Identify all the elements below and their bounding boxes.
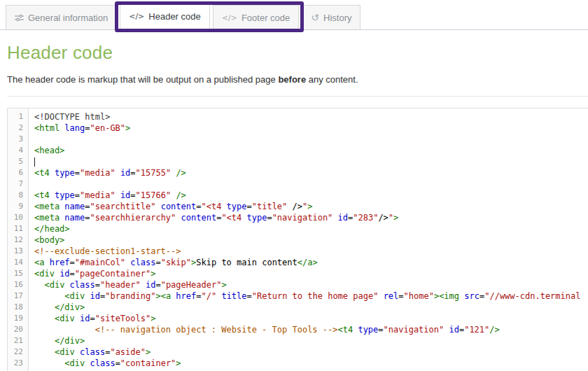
history-icon: ↺ — [311, 14, 319, 22]
code-line: <div id="branding"><a href="/" title="Re… — [34, 290, 588, 302]
tab-label: Footer code — [241, 13, 290, 23]
divider — [7, 96, 588, 97]
line-number: 10 — [8, 212, 23, 223]
line-number: 2 — [8, 122, 23, 134]
code-line — [34, 178, 588, 190]
line-number: 3 — [8, 134, 23, 145]
line-number: 4 — [8, 145, 23, 156]
line-number: 12 — [8, 234, 23, 246]
code-line: <a href="#mainCol" class="skip">Skip to … — [34, 257, 588, 268]
tab-label: Header code — [148, 11, 200, 22]
code-line: <t4 type="media" id="15766" /> — [34, 190, 588, 201]
code-line: <div class="header" id="pageHeader"> — [34, 279, 588, 290]
code-text-area[interactable]: <!DOCTYPE html><html lang="en-GB"><head>… — [29, 108, 588, 371]
line-number: 20 — [8, 324, 23, 335]
line-number-gutter: 1234567891011121314151617181920212223 — [8, 108, 29, 371]
line-number: 6 — [8, 167, 23, 178]
line-number: 9 — [8, 201, 23, 212]
code-line: <body> — [34, 234, 588, 246]
description-bold: before — [278, 74, 306, 85]
line-number: 21 — [8, 335, 23, 346]
description-text-after: any content. — [306, 74, 358, 85]
code-line: <head> — [34, 145, 588, 156]
code-icon: </> — [222, 13, 237, 22]
code-line: </head> — [34, 223, 588, 234]
tab-bar: General information</>Header code</>Foot… — [0, 0, 588, 30]
line-number: 1 — [8, 111, 23, 122]
code-line: </div> — [34, 335, 588, 346]
tab-history[interactable]: ↺History — [302, 5, 360, 29]
code-line: <div class="container"> — [34, 358, 588, 369]
line-number: 17 — [8, 290, 23, 302]
page-description: The header code is markup that will be o… — [7, 74, 588, 85]
page-title: Header code — [7, 42, 588, 64]
line-number: 5 — [8, 156, 23, 167]
tab-header-code[interactable]: </>Header code — [120, 1, 210, 30]
code-line: <meta name="searchhierarchy" content="<t… — [34, 212, 588, 223]
code-line: </div> — [34, 302, 588, 313]
line-number: 14 — [8, 257, 23, 268]
code-line: <!--exclude-section1-start--> — [34, 246, 588, 257]
code-line: <t4 type="media" id="15755" /> — [34, 167, 588, 178]
line-number: 11 — [8, 223, 23, 234]
code-line: <div id="siteTools"> — [34, 313, 588, 324]
code-line: <div class="aside"> — [34, 346, 588, 358]
code-line — [34, 156, 588, 167]
code-line: <meta name="searchtitle" content="<t4 ty… — [34, 201, 588, 212]
code-line: <!DOCTYPE html> — [34, 111, 588, 122]
main-content: Header code The header code is markup th… — [0, 42, 588, 371]
code-line — [34, 134, 588, 145]
line-number: 13 — [8, 246, 23, 257]
tab-label: History — [323, 13, 351, 23]
code-editor[interactable]: 1234567891011121314151617181920212223 <!… — [7, 108, 588, 371]
text-cursor — [34, 158, 35, 167]
description-text: The header code is markup that will be o… — [7, 74, 278, 85]
tab-general-information[interactable]: General information — [6, 5, 117, 29]
line-number: 22 — [8, 346, 23, 358]
tab-label: General information — [28, 13, 108, 23]
code-line: <!-- navigation object : Website - Top T… — [34, 324, 588, 335]
code-line: <html lang="en-GB"> — [34, 122, 588, 134]
line-number: 16 — [8, 279, 23, 290]
line-number: 18 — [8, 302, 23, 313]
line-number: 15 — [8, 268, 23, 279]
sliders-icon — [15, 14, 24, 22]
code-icon: </> — [129, 12, 144, 21]
line-number: 7 — [8, 178, 23, 190]
line-number: 8 — [8, 190, 23, 201]
header-code-page: { "tabs": { "items": [ { "label": "Gener… — [0, 0, 588, 371]
code-line: <div id="pageContainer"> — [34, 268, 588, 279]
line-number: 19 — [8, 313, 23, 324]
tab-footer-code[interactable]: </>Footer code — [213, 5, 300, 29]
line-number: 23 — [8, 358, 23, 369]
